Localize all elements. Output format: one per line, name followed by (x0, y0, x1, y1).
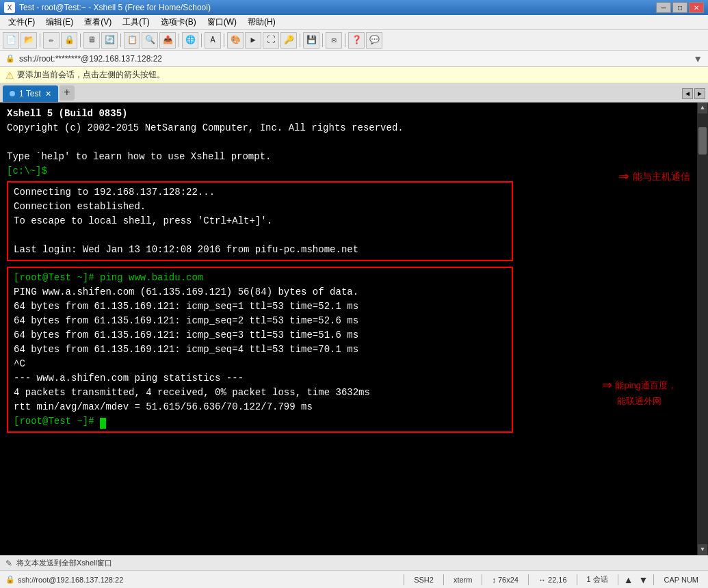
statusbar-sep-6 (618, 574, 618, 585)
terminal-prompt-2: [root@Test ~]# (14, 414, 506, 429)
conn-line-4 (14, 228, 506, 243)
key-button[interactable]: 🔑 (280, 32, 297, 49)
annotation-bottom-line1: 能ping通百度， (615, 379, 677, 392)
transfer-button[interactable]: 📤 (159, 32, 176, 49)
save-button[interactable]: 💾 (303, 32, 319, 49)
open-button[interactable]: 📂 (21, 32, 37, 49)
addressbar: 🔒 ssh://root:********@192.168.137.128:22… (0, 51, 708, 67)
terminal-line-3 (7, 135, 690, 150)
statusbar-sep-3 (482, 574, 482, 585)
ping-line-8: 4 packets transmitted, 4 received, 0% pa… (14, 386, 506, 400)
statusbar: 🔒 ssh://root@192.168.137.128:22 SSH2 xte… (0, 570, 708, 588)
tab-1-test[interactable]: 1 Test ✕ (3, 85, 58, 102)
statusbar-left: 🔒 ssh://root@192.168.137.128:22 (5, 575, 398, 584)
dropdown-icon[interactable]: ▼ (693, 53, 703, 64)
statusbar-lock-icon: 🔒 (5, 575, 15, 584)
maximize-button[interactable]: □ (672, 2, 687, 13)
menu-help[interactable]: 帮助(H) (242, 15, 281, 29)
lock-icon: 🔒 (5, 54, 15, 63)
lock-button[interactable]: 🔒 (61, 32, 77, 49)
conn-line-2: Connection established. (14, 200, 506, 214)
tabbar-navigation: ◀ ▶ (682, 88, 705, 99)
about-button[interactable]: 💬 (366, 32, 382, 49)
statusbar-path: ssh://root@192.168.137.128:22 (18, 576, 123, 584)
globe-button[interactable]: 🌐 (182, 32, 198, 49)
ping-prompt-line: [root@Test ~]# ping www.baidu.com (14, 271, 506, 285)
tab-label: 1 Test (19, 89, 41, 98)
toolbar-sep-8 (322, 34, 323, 47)
terminal-wrapper: Xshell 5 (Build 0835) Copyright (c) 2002… (0, 103, 708, 555)
ping-line-1: PING www.a.shifen.com (61.135.169.121) 5… (14, 285, 506, 299)
menu-window[interactable]: 窗口(W) (202, 15, 242, 29)
scroll-down-status-button[interactable]: ▼ (639, 574, 648, 585)
scroll-up-button[interactable]: ▲ (698, 103, 707, 113)
infobar-text: 要添加当前会话，点击左侧的箭头按钮。 (17, 69, 165, 81)
toolbar-sep-3 (120, 34, 121, 47)
fullscreen-button[interactable]: ⛶ (263, 32, 279, 49)
pencil-button[interactable]: ✏️ (43, 32, 60, 49)
toolbar-sep-6 (224, 34, 224, 47)
menu-file[interactable]: 文件(F) (3, 15, 40, 29)
copy-button[interactable]: 📋 (124, 32, 140, 49)
statusbar-sep-2 (443, 574, 444, 585)
statusbar-caps: CAP NUM (659, 576, 703, 584)
toolbar-sep-2 (80, 34, 81, 47)
toolbar-sep-9 (345, 34, 345, 47)
ping-line-6: ^C (14, 357, 506, 371)
toolbar: 📄 📂 ✏️ 🔒 🖥 🔄 📋 🔍 📤 🌐 A 🎨 ▶ ⛶ 🔑 💾 ✉ ❓ 💬 (0, 30, 708, 51)
find-button[interactable]: 🔍 (142, 32, 158, 49)
toolbar-sep-7 (300, 34, 300, 47)
new-tab-button[interactable]: + (60, 85, 75, 101)
annotation-bottom-line2: 能联通外网 (617, 396, 661, 406)
arrow-right-bottom-icon: ⇒ (602, 376, 612, 395)
connection-box: Connecting to 192.168.137.128:22... Conn… (7, 181, 513, 261)
menubar: 文件(F) 编辑(E) 查看(V) 工具(T) 选项卡(B) 窗口(W) 帮助(… (0, 15, 708, 30)
ping-line-9: rtt min/avg/max/mdev = 51.615/56.636/70.… (14, 400, 506, 414)
new-session-button[interactable]: 📄 (3, 32, 19, 49)
tab-close-button[interactable]: ✕ (45, 90, 51, 98)
statusbar-protocol: SSH2 (410, 576, 438, 584)
statusbar-sep-4 (528, 574, 529, 585)
infobar: ⚠ 要添加当前会话，点击左侧的箭头按钮。 (0, 67, 708, 83)
ping-line-2: 64 bytes from 61.135.169.121: icmp_seq=1… (14, 299, 506, 314)
reconnect-button[interactable]: 🔄 (101, 32, 118, 49)
titlebar-left: X Test - root@Test:~ - Xshell 5 (Free fo… (4, 2, 211, 13)
tab-next-button[interactable]: ▶ (694, 88, 705, 99)
address-url[interactable]: ssh://root:********@192.168.137.128:22 (19, 54, 162, 64)
tab-indicator (10, 91, 15, 96)
scrollbar[interactable]: ▲ ▼ (697, 103, 708, 555)
titlebar-controls[interactable]: ─ □ ✕ (656, 2, 704, 13)
statusbar-sep-7 (653, 574, 654, 585)
scrollbar-thumb[interactable] (698, 127, 707, 155)
scroll-up-status-button[interactable]: ▲ (624, 574, 633, 585)
compose-bar: ✎ 将文本发送到全部Xshell窗口 (0, 555, 708, 570)
menu-view[interactable]: 查看(V) (79, 15, 117, 29)
annotation-top: ⇒ ⇒ 能与主机通信 (618, 168, 690, 186)
tab-prev-button[interactable]: ◀ (682, 88, 693, 99)
session-button[interactable]: 🖥 (83, 32, 100, 49)
help-button[interactable]: ❓ (348, 32, 365, 49)
menu-edit[interactable]: 编辑(E) (40, 15, 79, 29)
annotation-top-text: ⇒ 能与主机通信 (620, 170, 690, 184)
color-button[interactable]: 🎨 (227, 32, 244, 49)
close-button[interactable]: ✕ (689, 2, 704, 13)
menu-tools[interactable]: 工具(T) (117, 15, 155, 29)
menu-tabs[interactable]: 选项卡(B) (155, 15, 202, 29)
warning-icon: ⚠ (5, 70, 14, 81)
compose-button[interactable]: ✉ (326, 32, 342, 49)
minimize-button[interactable]: ─ (656, 2, 671, 13)
conn-line-5: Last login: Wed Jan 13 10:12:08 2016 fro… (14, 243, 506, 257)
terminal[interactable]: Xshell 5 (Build 0835) Copyright (c) 2002… (0, 103, 697, 555)
play-button[interactable]: ▶ (245, 32, 261, 49)
font-button[interactable]: A (205, 32, 221, 49)
scroll-down-button[interactable]: ▼ (698, 544, 707, 555)
toolbar-sep-1 (40, 34, 40, 47)
ping-line-4: 64 bytes from 61.135.169.121: icmp_seq=3… (14, 328, 506, 343)
ping-line-5: 64 bytes from 61.135.169.121: icmp_seq=4… (14, 343, 506, 357)
statusbar-term: xterm (449, 576, 477, 584)
cursor (100, 418, 106, 429)
toolbar-sep-5 (201, 34, 202, 47)
bottombar-text: 将文本发送到全部Xshell窗口 (16, 558, 112, 568)
send-icon: ✎ (5, 559, 12, 568)
ping-line-3: 64 bytes from 61.135.169.121: icmp_seq=2… (14, 314, 506, 328)
